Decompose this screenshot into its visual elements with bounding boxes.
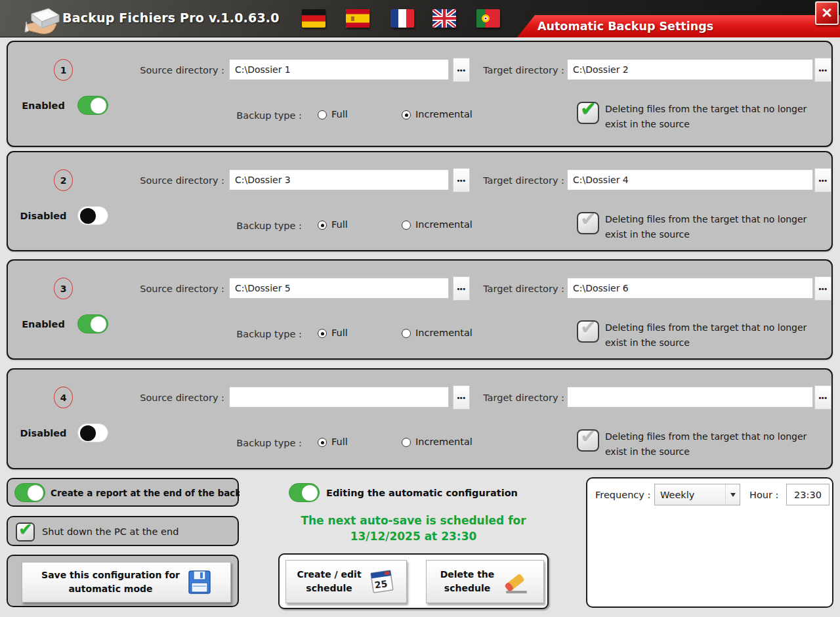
radio-incremental[interactable] — [402, 438, 411, 447]
job-enable-toggle[interactable] — [77, 206, 108, 225]
app-logo-icon — [24, 2, 62, 36]
job-number-badge: 4 — [54, 387, 73, 408]
svg-text:25: 25 — [373, 578, 388, 591]
toggle-knob — [80, 208, 96, 224]
target-directory-input[interactable] — [567, 387, 813, 408]
edit-config-toggle[interactable] — [289, 483, 320, 502]
browse-target-button[interactable]: ••• — [814, 385, 831, 410]
radio-incremental[interactable] — [402, 221, 411, 230]
radio-incremental-label: Incremental — [415, 219, 472, 230]
job-number-badge: 3 — [54, 278, 73, 299]
radio-incremental[interactable] — [402, 110, 411, 119]
delete-schedule-label: Delete theschedule — [440, 568, 495, 595]
report-option-panel: Create a report at the end of the back — [7, 478, 239, 507]
browse-target-button[interactable]: ••• — [814, 168, 831, 192]
create-edit-schedule-button[interactable]: Create / editschedule 25 — [285, 560, 407, 603]
radio-incremental-label: Incremental — [415, 436, 472, 447]
backup-type-label: Backup type : — [230, 438, 302, 448]
source-directory-label: Source directory : — [121, 393, 224, 403]
browse-target-button[interactable]: ••• — [814, 58, 831, 82]
create-edit-schedule-label: Create / editschedule — [297, 568, 361, 595]
radio-incremental[interactable] — [402, 329, 411, 338]
toggle-knob — [91, 98, 106, 114]
browse-source-button[interactable]: ••• — [453, 168, 470, 192]
save-config-button[interactable]: Save this configuration forautomatic mod… — [22, 562, 231, 603]
flag-spain-icon[interactable] — [346, 9, 369, 28]
source-directory-input[interactable] — [229, 59, 449, 80]
frequency-dropdown[interactable]: Weekly — [654, 484, 740, 505]
radio-full[interactable] — [318, 329, 327, 338]
delete-files-checkbox[interactable]: ✔ — [577, 102, 599, 124]
calendar-icon: 25 — [368, 568, 396, 595]
hour-label: Hour : — [749, 490, 778, 500]
target-directory-label: Target directory : — [474, 175, 564, 186]
job-enable-toggle[interactable] — [77, 423, 108, 442]
job-enable-toggle[interactable] — [77, 314, 108, 333]
delete-files-label: Deleting files from the target that no l… — [605, 212, 822, 242]
floppy-disk-icon — [188, 570, 211, 595]
check-icon: ✔ — [580, 427, 597, 446]
check-icon: ✔ — [18, 521, 33, 538]
edit-config-label: Editing the automatic configuration — [326, 488, 518, 498]
source-directory-input[interactable] — [229, 387, 449, 408]
report-toggle[interactable] — [14, 483, 45, 502]
frequency-value: Weekly — [655, 490, 725, 500]
target-directory-label: Target directory : — [474, 65, 564, 75]
hour-input[interactable] — [786, 484, 830, 505]
banner-title: Automatic Backup Settings — [517, 15, 840, 37]
titlebar: Backup Fichiers Pro v.1.0.63.0 Automatic… — [0, 0, 840, 37]
flag-france-icon[interactable] — [390, 9, 414, 28]
delete-files-checkbox[interactable]: ✔ — [577, 212, 599, 234]
radio-full[interactable] — [318, 110, 327, 119]
browse-target-button[interactable]: ••• — [814, 276, 831, 301]
target-directory-input[interactable] — [567, 278, 813, 299]
backup-job-row-3: 3 Enabled Source directory : ••• Target … — [7, 259, 833, 360]
source-directory-label: Source directory : — [121, 65, 224, 75]
shutdown-label: Shut down the PC at the end — [42, 526, 178, 537]
radio-full[interactable] — [318, 438, 327, 447]
backup-job-row-2: 2 Disabled Source directory : ••• Target… — [7, 151, 833, 251]
frequency-label: Frequency : — [595, 490, 650, 500]
target-directory-input[interactable] — [567, 59, 813, 80]
flag-germany-icon[interactable] — [302, 9, 326, 28]
automatic-backup-settings-window: Backup Fichiers Pro v.1.0.63.0 Automatic… — [0, 0, 840, 617]
eraser-icon — [501, 567, 530, 596]
frequency-panel: Frequency : Weekly Hour : — [586, 477, 833, 608]
browse-source-button[interactable]: ••• — [453, 58, 470, 82]
radio-full-label: Full — [331, 328, 348, 338]
target-directory-input[interactable] — [567, 169, 813, 190]
job-number-badge: 2 — [54, 169, 73, 191]
flag-united-kingdom-icon[interactable] — [432, 9, 456, 28]
delete-files-label: Deleting files from the target that no l… — [605, 320, 822, 350]
delete-files-checkbox[interactable]: ✔ — [577, 320, 599, 343]
radio-full-label: Full — [331, 219, 348, 230]
footer: Create a report at the end of the back ✔… — [0, 476, 840, 615]
radio-incremental-label: Incremental — [415, 109, 472, 119]
flag-portugal-icon[interactable] — [476, 9, 500, 28]
job-enable-toggle[interactable] — [77, 96, 108, 115]
source-directory-label: Source directory : — [121, 284, 224, 294]
close-button[interactable]: ✕ — [815, 1, 839, 25]
shutdown-checkbox[interactable]: ✔ — [16, 522, 35, 542]
shutdown-option-panel: ✔ Shut down the PC at the end — [7, 516, 239, 546]
source-directory-input[interactable] — [229, 169, 449, 190]
radio-incremental-label: Incremental — [415, 328, 472, 338]
delete-files-label: Deleting files from the target that no l… — [605, 429, 822, 459]
source-directory-input[interactable] — [229, 278, 449, 299]
browse-source-button[interactable]: ••• — [453, 276, 470, 301]
backup-type-label: Backup type : — [230, 110, 302, 121]
job-number-badge: 1 — [54, 59, 73, 81]
radio-full-label: Full — [331, 436, 348, 447]
toggle-knob — [28, 485, 43, 501]
save-config-label: Save this configuration forautomatic mod… — [41, 568, 180, 596]
report-toggle-label: Create a report at the end of the back — [51, 488, 240, 498]
toggle-knob — [302, 485, 318, 501]
target-directory-label: Target directory : — [474, 393, 564, 403]
check-icon: ✔ — [580, 209, 597, 229]
schedule-buttons-panel: Create / editschedule 25 Delete thesched… — [278, 553, 549, 609]
delete-files-checkbox[interactable]: ✔ — [577, 429, 599, 452]
radio-full[interactable] — [318, 221, 327, 230]
delete-schedule-button[interactable]: Delete theschedule — [426, 560, 544, 603]
chevron-down-icon — [725, 484, 740, 505]
browse-source-button[interactable]: ••• — [453, 385, 470, 410]
